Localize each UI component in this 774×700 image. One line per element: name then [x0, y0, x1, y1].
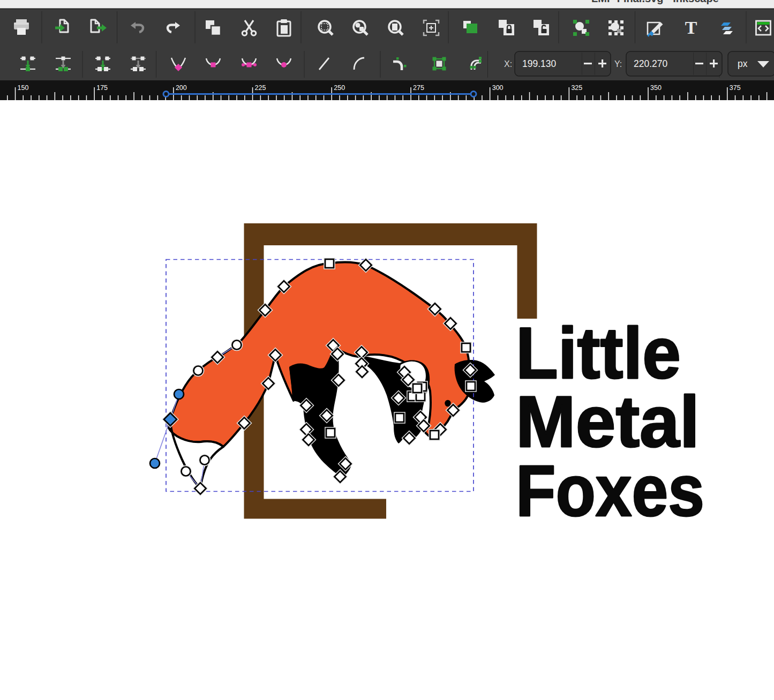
svg-text:LMF-Final.svg - Inkscape: LMF-Final.svg - Inkscape	[591, 0, 719, 4]
svg-text:250: 250	[334, 84, 345, 92]
svg-text:150: 150	[18, 84, 29, 92]
svg-text:375: 375	[730, 84, 741, 92]
svg-text:225: 225	[255, 84, 266, 92]
svg-text:Y:: Y:	[614, 59, 622, 69]
svg-text:175: 175	[96, 84, 108, 92]
svg-text:px: px	[738, 58, 748, 69]
svg-text:300: 300	[492, 84, 504, 92]
svg-text:Foxes: Foxes	[516, 450, 704, 531]
svg-text:199.130: 199.130	[522, 58, 557, 69]
svg-text:275: 275	[413, 84, 424, 92]
svg-text:X:: X:	[504, 59, 512, 69]
svg-text:350: 350	[650, 84, 662, 92]
svg-text:220.270: 220.270	[634, 58, 668, 69]
svg-text:200: 200	[176, 84, 187, 92]
svg-text:T: T	[685, 18, 697, 37]
svg-text:325: 325	[571, 84, 582, 92]
